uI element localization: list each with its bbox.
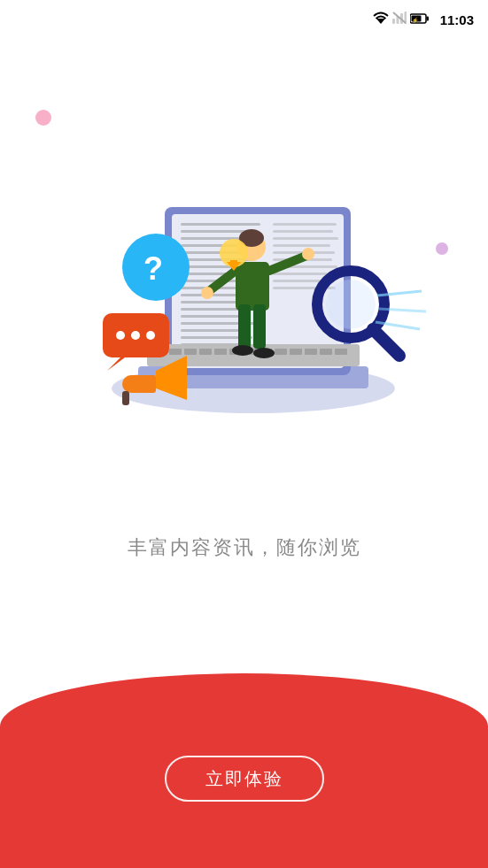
svg-rect-22 <box>181 280 243 282</box>
svg-point-87 <box>122 375 140 393</box>
svg-point-59 <box>326 280 376 329</box>
svg-rect-54 <box>290 349 302 355</box>
svg-rect-53 <box>275 349 287 355</box>
svg-rect-48 <box>199 349 212 355</box>
battery-icon: ⚡ <box>410 12 430 27</box>
svg-rect-36 <box>273 237 338 240</box>
svg-rect-46 <box>169 349 182 355</box>
svg-rect-84 <box>230 260 237 265</box>
svg-point-73 <box>232 345 253 356</box>
svg-text:?: ? <box>143 250 163 287</box>
svg-rect-26 <box>181 308 244 311</box>
svg-rect-68 <box>253 304 266 349</box>
svg-rect-14 <box>181 223 260 226</box>
svg-point-71 <box>302 248 314 260</box>
svg-text:⚡: ⚡ <box>412 17 419 24</box>
svg-rect-1 <box>392 19 395 24</box>
status-bar: ⚡ 11:03 <box>0 0 488 39</box>
svg-rect-88 <box>122 391 129 405</box>
svg-rect-47 <box>184 349 197 355</box>
svg-rect-57 <box>335 349 347 355</box>
svg-marker-0 <box>376 19 385 24</box>
illustration-svg: ? <box>50 119 439 455</box>
svg-rect-67 <box>238 304 251 349</box>
svg-point-77 <box>116 331 125 340</box>
svg-point-78 <box>131 331 140 340</box>
cta-button[interactable]: 立即体验 <box>165 756 324 802</box>
svg-rect-34 <box>273 223 337 226</box>
status-icons: ⚡ 11:03 <box>373 12 474 27</box>
svg-rect-56 <box>320 349 332 355</box>
svg-rect-55 <box>305 349 317 355</box>
svg-point-79 <box>146 331 155 340</box>
bottom-section: 立即体验 <box>0 673 488 868</box>
svg-point-72 <box>201 287 213 299</box>
svg-rect-35 <box>273 230 333 233</box>
svg-rect-49 <box>214 349 227 355</box>
signal-icon <box>392 12 407 27</box>
illustration-area: ? <box>0 57 488 517</box>
svg-marker-76 <box>107 357 125 371</box>
subtitle-text: 丰富内容资讯，随你浏览 <box>128 534 361 561</box>
svg-line-5 <box>393 12 406 23</box>
svg-rect-7 <box>426 17 429 21</box>
svg-rect-66 <box>236 262 269 311</box>
svg-rect-29 <box>181 329 246 332</box>
svg-line-60 <box>373 329 399 356</box>
svg-point-74 <box>253 348 275 358</box>
svg-rect-41 <box>273 273 328 275</box>
wifi-icon <box>373 12 389 27</box>
svg-rect-37 <box>273 244 330 247</box>
status-time: 11:03 <box>440 12 474 27</box>
